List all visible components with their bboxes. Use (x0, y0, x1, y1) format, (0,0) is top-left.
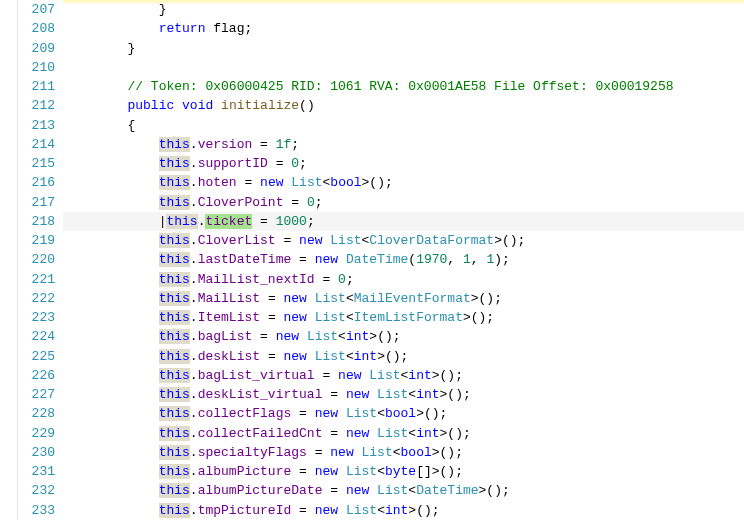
code-line[interactable]: { (63, 116, 744, 135)
token-punc: . (190, 368, 198, 383)
token-ws (65, 233, 159, 248)
code-line[interactable]: this.collectFailedCnt = new List<int>(); (63, 424, 744, 443)
code-line[interactable]: return flag; (63, 19, 744, 38)
code-area[interactable]: } return flag; } // Token: 0x06000425 RI… (63, 0, 744, 520)
code-line[interactable]: this.bagList = new List<int>(); (63, 327, 744, 346)
token-prop: deskList_virtual (198, 387, 323, 402)
token-ws (65, 156, 159, 171)
this-keyword: this (159, 503, 190, 518)
token-prop: version (198, 137, 253, 152)
line-number: 208 (18, 19, 55, 38)
line-number: 218 (18, 212, 55, 231)
token-ws (65, 79, 127, 94)
token-comment: // Token: 0x06000425 RID: 1061 RVA: 0x00… (127, 79, 673, 94)
code-line[interactable]: public void initialize() (63, 96, 744, 115)
token-punc: < (377, 464, 385, 479)
code-line[interactable]: this.CloverPoint = 0; (63, 193, 744, 212)
token-ws (65, 483, 159, 498)
token-prop: MailList_nextId (198, 272, 315, 287)
token-ws (369, 426, 377, 441)
token-prop: specialtyFlags (198, 445, 307, 460)
token-ws (65, 291, 159, 306)
this-keyword: this (159, 387, 190, 402)
token-punc: ; (346, 272, 354, 287)
token-punc: . (190, 464, 198, 479)
code-line[interactable]: this.supportID = 0; (63, 154, 744, 173)
token-ws (369, 387, 377, 402)
code-line[interactable]: this.deskList_virtual = new List<int>(); (63, 385, 744, 404)
token-op: = (252, 214, 275, 229)
code-line[interactable]: this.hoten = new List<bool>(); (63, 173, 744, 192)
token-punc: . (190, 329, 198, 344)
line-number: 229 (18, 424, 55, 443)
token-ws (65, 387, 159, 402)
token-ws (65, 98, 127, 113)
token-punc: . (190, 387, 198, 402)
margin-strip (0, 0, 18, 520)
code-line[interactable]: this.deskList = new List<int>(); (63, 347, 744, 366)
token-ws (354, 445, 362, 460)
token-type: List (291, 175, 322, 190)
token-keyword: new (283, 349, 306, 364)
code-line[interactable] (63, 58, 744, 77)
token-ws (65, 252, 159, 267)
code-line[interactable]: } (63, 39, 744, 58)
code-line[interactable]: this.albumPicture = new List<byte[]>(); (63, 462, 744, 481)
code-line[interactable]: this.MailList_nextId = 0; (63, 270, 744, 289)
this-keyword: this (159, 272, 190, 287)
token-type: DateTime (346, 252, 408, 267)
code-line[interactable]: this.collectFlags = new List<bool>(); (63, 404, 744, 423)
token-punc: < (408, 387, 416, 402)
token-keyword: new (299, 233, 322, 248)
token-punc: . (190, 310, 198, 325)
line-number: 231 (18, 462, 55, 481)
token-keyword: return (159, 21, 206, 36)
token-prop: albumPicture (198, 464, 292, 479)
token-prop: tmpPictureId (198, 503, 292, 518)
token-punc: >(); (432, 445, 463, 460)
line-number: 225 (18, 347, 55, 366)
token-keyword: int (346, 329, 369, 344)
token-prop: deskList (198, 349, 260, 364)
token-method: initialize (221, 98, 299, 113)
token-punc: >(); (369, 329, 400, 344)
line-number: 233 (18, 501, 55, 520)
token-ws (338, 252, 346, 267)
code-line[interactable]: } (63, 0, 744, 19)
token-punc: { (127, 118, 135, 133)
token-keyword: bool (330, 175, 361, 190)
code-line[interactable]: this.MailList = new List<MailEventFormat… (63, 289, 744, 308)
token-punc: , (447, 252, 463, 267)
token-type: List (330, 233, 361, 248)
token-prop: ItemList (198, 310, 260, 325)
token-type: List (346, 406, 377, 421)
line-number-gutter[interactable]: 2072082092102112122132142152162172182192… (18, 0, 63, 520)
code-line[interactable]: this.ItemList = new List<ItemListFormat>… (63, 308, 744, 327)
code-line[interactable]: this.lastDateTime = new DateTime(1970, 1… (63, 250, 744, 269)
code-line[interactable]: this.version = 1f; (63, 135, 744, 154)
token-ws (338, 406, 346, 421)
token-ws (307, 291, 315, 306)
token-punc: < (393, 445, 401, 460)
token-keyword: bool (385, 406, 416, 421)
code-line[interactable]: this.albumPictureDate = new List<DateTim… (63, 481, 744, 500)
token-keyword: new (283, 310, 306, 325)
token-ws (174, 98, 182, 113)
line-number: 228 (18, 404, 55, 423)
token-punc: < (408, 483, 416, 498)
token-ws (65, 21, 159, 36)
code-line[interactable]: this.bagList_virtual = new List<int>(); (63, 366, 744, 385)
token-punc: . (190, 252, 198, 267)
code-line[interactable]: // Token: 0x06000425 RID: 1061 RVA: 0x00… (63, 77, 744, 96)
token-type: List (346, 503, 377, 518)
token-punc: . (190, 175, 198, 190)
token-op: = (315, 272, 338, 287)
code-line[interactable]: this.specialtyFlags = new List<bool>(); (63, 443, 744, 462)
token-punc: ; (299, 156, 307, 171)
token-op: = (291, 503, 314, 518)
code-line[interactable]: |this.ticket = 1000; (63, 212, 744, 231)
token-punc: >(); (440, 426, 471, 441)
this-keyword: this (159, 310, 190, 325)
code-line[interactable]: this.tmpPictureId = new List<int>(); (63, 501, 744, 520)
code-line[interactable]: this.CloverList = new List<CloverDataFor… (63, 231, 744, 250)
